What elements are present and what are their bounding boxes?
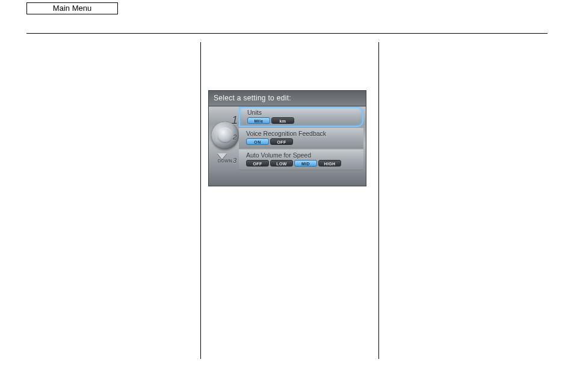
option-on[interactable]: ON — [246, 138, 269, 145]
option-high[interactable]: HIGH — [318, 160, 341, 167]
option-group: Mile km — [247, 117, 359, 124]
option-group: OFF LOW MID HIGH — [246, 160, 360, 167]
option-mile[interactable]: Mile — [247, 117, 270, 124]
option-mid[interactable]: MID — [294, 160, 317, 167]
option-off[interactable]: OFF — [270, 138, 293, 145]
down-arrow-label: DOWN — [216, 159, 234, 163]
row-number: 2 — [233, 133, 236, 141]
setting-row-units[interactable]: Units Mile km — [239, 106, 363, 127]
horizontal-rule — [26, 33, 548, 34]
option-group: ON OFF — [246, 138, 360, 145]
option-off[interactable]: OFF — [246, 160, 269, 167]
page: Main Menu Select a setting to edit: DOWN… — [0, 0, 574, 392]
setting-label: Voice Recognition Feedback — [246, 130, 360, 138]
column-divider — [378, 42, 379, 359]
device-body: DOWN 1 2 3 Units Mile km Voice Recogniti… — [209, 106, 366, 185]
nav-device-screenshot: Select a setting to edit: DOWN 1 2 3 Uni… — [208, 90, 366, 186]
device-title: Select a setting to edit: — [209, 91, 366, 106]
setting-row-auto-volume[interactable]: Auto Volume for Speed OFF LOW MID HIGH — [239, 150, 363, 170]
setting-label: Auto Volume for Speed — [246, 152, 360, 159]
setting-label: Units — [247, 109, 359, 117]
option-low[interactable]: LOW — [270, 160, 293, 167]
setting-row-voice-feedback[interactable]: Voice Recognition Feedback ON OFF — [239, 128, 363, 149]
option-km[interactable]: km — [271, 117, 294, 124]
row-number: 1 — [232, 114, 238, 127]
column-divider — [200, 42, 201, 359]
row-number: 3 — [233, 157, 236, 164]
main-menu-button[interactable]: Main Menu — [26, 2, 118, 14]
